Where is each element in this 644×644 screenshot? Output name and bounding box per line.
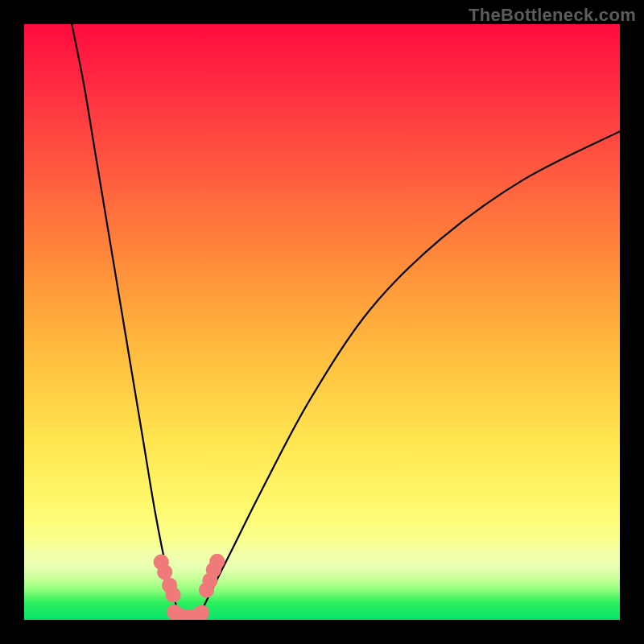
marker-left-cluster-mid-2 [165,587,180,602]
marker-valley-right-2 [194,605,209,621]
curve-right-branch [197,131,620,617]
chart-frame: TheBottleneck.com [0,0,644,644]
chart-svg [24,24,620,620]
marker-group [154,554,225,620]
curve-left-branch [72,24,182,617]
plot-area [24,24,620,620]
marker-right-cluster-top-2 [209,554,225,569]
watermark-text: TheBottleneck.com [469,5,636,26]
